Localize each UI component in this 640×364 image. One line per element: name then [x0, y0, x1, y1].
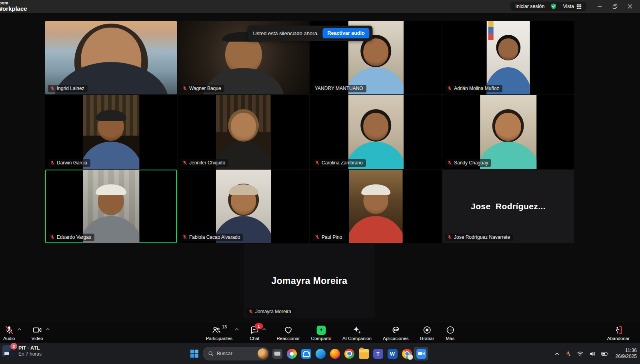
participant-video: [348, 95, 403, 169]
mic-in-use-icon[interactable]: [564, 350, 572, 358]
chat-options-caret[interactable]: [262, 328, 266, 331]
participant-tile-jose-rodr-guez-navarrete[interactable]: Jose Rodríguez...Jose Rodríguez Navarret…: [442, 170, 574, 243]
wifi-icon[interactable]: [576, 350, 584, 358]
participant-name-label: Paul Pino: [313, 234, 345, 241]
battery-icon[interactable]: [600, 350, 609, 357]
participant-tile-jomayra-moreira[interactable]: Jomayra MoreiraJomayra Moreira: [244, 244, 375, 318]
taskbar-app-store[interactable]: [299, 347, 313, 360]
taskbar-app-browser-profile[interactable]: [400, 347, 414, 360]
participant-video: [45, 21, 177, 94]
participants-icon: [212, 325, 221, 335]
unmute-button[interactable]: Reactivar audio: [322, 28, 369, 38]
restore-button[interactable]: [609, 1, 621, 12]
app-window-icon: [272, 349, 282, 359]
participant-name-label: Eduardo Vargas: [48, 234, 94, 241]
participant-video: [480, 95, 536, 169]
taskbar-app-app-window[interactable]: [270, 347, 284, 360]
participant-name-label: Jomayra Moreira: [246, 308, 294, 316]
participant-tile-eduardo-vargas[interactable]: Eduardo Vargas: [45, 170, 177, 243]
taskbar-app-firefox[interactable]: [328, 347, 342, 360]
participant-name-label: Carolina Zambrano: [313, 159, 366, 167]
apps-icon: [391, 325, 400, 335]
participant-name-label: Darwin Garcia: [48, 159, 90, 167]
widget-notification-badge: 2: [10, 343, 17, 350]
sparkle-icon: [352, 325, 362, 335]
volume-icon[interactable]: [588, 350, 596, 358]
taskbar-app-word[interactable]: [386, 347, 399, 360]
zoom-icon: [416, 349, 426, 359]
react-button[interactable]: Reaccionar: [276, 324, 300, 342]
close-button[interactable]: [624, 1, 636, 12]
participant-tile-darwin-garcia[interactable]: Darwin Garcia: [45, 95, 177, 169]
video-options-caret[interactable]: [46, 328, 50, 331]
heart-icon: [284, 325, 293, 335]
clock-time: 11:36: [616, 348, 637, 354]
camera-icon: [32, 325, 42, 335]
participant-tile-fabiola-cacao-alvarado[interactable]: Fabiola Cacao Alvarado: [178, 170, 309, 243]
store-icon: [301, 349, 311, 359]
apps-button[interactable]: Aplicaciones: [382, 324, 410, 342]
participant-name-label: Jose Rodríguez Navarrete: [445, 234, 513, 241]
titlebar: zoom Workplace Iniciar sesión Vista: [0, 0, 640, 13]
minimize-button[interactable]: [594, 1, 606, 12]
taskbar-widget[interactable]: 2 PIT - ATL En 7 horas: [2, 345, 42, 357]
participant-name-label: YANDRY MANTUANO: [313, 85, 366, 92]
participant-tile-jennifer-chiquito[interactable]: Jennifer Chiquito: [178, 95, 309, 169]
participant-tile-paul-pino[interactable]: Paul Pino: [310, 170, 442, 243]
sign-in-button[interactable]: Iniciar sesión: [515, 4, 544, 9]
audio-options-caret[interactable]: [17, 328, 22, 331]
chrome-icon: [344, 349, 354, 359]
participant-name-label: Sandy Chaguay: [445, 159, 491, 167]
taskbar-app-photos[interactable]: [285, 347, 298, 360]
mic-muted-icon: [50, 86, 55, 91]
browser-profile-icon: [402, 349, 412, 359]
share-screen-icon: [316, 326, 326, 335]
taskbar-app-edge[interactable]: [314, 347, 327, 360]
chat-button[interactable]: 1 Chat: [249, 324, 260, 342]
participants-count: 13: [222, 324, 227, 329]
hidden-icons-chevron[interactable]: [554, 350, 560, 357]
video-button[interactable]: Video: [30, 324, 44, 342]
widget-title: PIT - ATL: [18, 345, 42, 351]
start-button[interactable]: [187, 346, 202, 361]
taskbar-app-teams[interactable]: [371, 347, 385, 360]
participant-name-label: Ingrid Lainez: [48, 85, 88, 92]
participant-video: [486, 21, 530, 94]
share-screen-button[interactable]: Compartir: [310, 324, 332, 342]
mic-muted-icon: [182, 235, 187, 240]
ai-companion-button[interactable]: AI Companion: [342, 324, 372, 342]
meeting-area: Usted está silenciado ahora. Reactivar a…: [0, 13, 640, 322]
search-placeholder: Buscar: [217, 351, 254, 356]
taskbar-search[interactable]: Buscar: [203, 347, 269, 360]
mic-muted-icon: [447, 235, 452, 240]
windows-logo-icon: [190, 349, 199, 358]
participant-tile-adri-n-molina-mu-oz[interactable]: Adrián Molina Muñoz: [442, 21, 574, 94]
participant-tile-ingrid-lainez[interactable]: Ingrid Lainez: [45, 21, 177, 94]
view-button[interactable]: Vista: [563, 4, 582, 9]
taskbar-widget-icon: 2: [2, 345, 14, 357]
photos-icon: [287, 349, 297, 359]
record-button[interactable]: Grabar: [419, 324, 435, 342]
audio-button[interactable]: Audio: [2, 324, 16, 342]
mic-muted-icon: [4, 325, 14, 335]
mic-muted-icon: [182, 86, 187, 91]
more-button[interactable]: Más: [444, 324, 456, 342]
word-icon: [388, 349, 398, 359]
participant-display-name: Jose Rodríguez...: [471, 202, 546, 211]
participant-tile-sandy-chaguay[interactable]: Sandy Chaguay: [442, 95, 574, 169]
mic-muted-icon: [447, 86, 452, 91]
participants-button[interactable]: 13 Participantes: [205, 324, 233, 342]
leave-meeting-button[interactable]: Abandonar: [606, 324, 630, 342]
participant-name-label: Wagner Baque: [180, 85, 224, 92]
zoom-workplace-logo: zoom Workplace: [0, 1, 27, 12]
firefox-icon: [330, 349, 340, 359]
taskbar-app-chrome[interactable]: [342, 347, 356, 360]
participant-video: [83, 95, 139, 169]
taskbar-clock[interactable]: 11:36 26/9/2025: [616, 348, 637, 360]
participants-options-caret[interactable]: [235, 328, 239, 331]
taskbar-app-zoom-active[interactable]: [414, 347, 428, 360]
participant-tile-carolina-zambrano[interactable]: Carolina Zambrano: [310, 95, 442, 169]
taskbar-app-file-explorer[interactable]: [357, 347, 370, 360]
security-shield-icon[interactable]: [550, 3, 557, 10]
teams-icon: [373, 349, 383, 359]
